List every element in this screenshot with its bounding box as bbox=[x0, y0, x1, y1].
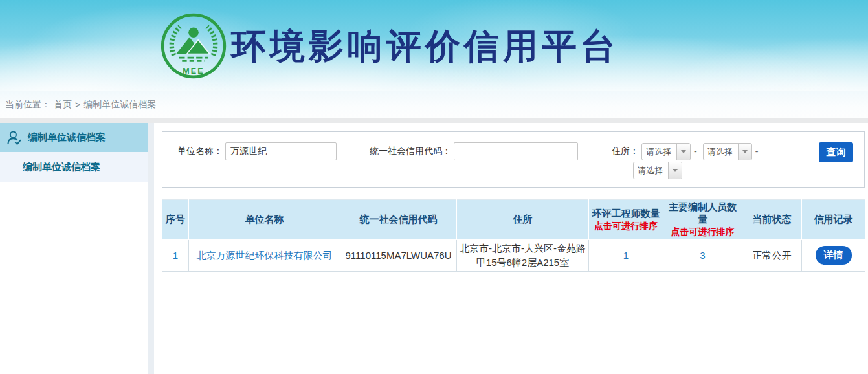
breadcrumb-home-link[interactable]: 首页 bbox=[54, 99, 72, 111]
sidebar-subitem-credit-archive[interactable]: 编制单位诚信档案 bbox=[0, 152, 148, 182]
col-header-credit-record: 信用记录 bbox=[802, 200, 865, 240]
address-dash: - bbox=[755, 146, 759, 157]
unit-name-input[interactable] bbox=[225, 142, 337, 160]
query-button[interactable]: 查询 bbox=[819, 142, 853, 162]
cell-credit-code: 91110115MA7LWUA76U bbox=[340, 240, 457, 272]
search-panel: 单位名称： 统一社会信用代码： 住所： 请选择 - 请选择 - 请选择 bbox=[162, 131, 865, 188]
col-header-address: 住所 bbox=[457, 200, 589, 240]
credit-code-input[interactable] bbox=[454, 142, 578, 160]
cell-credit-record: 详情 bbox=[802, 240, 865, 272]
cell-status: 正常公开 bbox=[742, 240, 802, 272]
table-row: 1 北京万源世纪环保科技有限公司 91110115MA7LWUA76U 北京市-… bbox=[162, 240, 865, 272]
user-check-icon bbox=[6, 129, 23, 146]
chevron-down-icon bbox=[668, 162, 682, 179]
cell-staff-count: 3 bbox=[663, 240, 742, 272]
province-select-value: 请选择 bbox=[642, 144, 676, 160]
sidebar: 编制单位诚信档案 编制单位诚信档案 bbox=[0, 123, 148, 374]
engineer-count-link[interactable]: 1 bbox=[623, 250, 629, 261]
results-table: 序号 单位名称 统一社会信用代码 住所 环评工程师数量 点击可进行排序 主要编制… bbox=[162, 199, 865, 272]
address-dash: - bbox=[694, 146, 697, 157]
table-header-row: 序号 单位名称 统一社会信用代码 住所 环评工程师数量 点击可进行排序 主要编制… bbox=[162, 200, 865, 240]
chevron-down-icon bbox=[676, 144, 690, 160]
cell-unit-name: 北京万源世纪环保科技有限公司 bbox=[189, 240, 340, 272]
unit-name-link[interactable]: 北京万源世纪环保科技有限公司 bbox=[197, 250, 333, 261]
cell-engineer-count: 1 bbox=[589, 240, 663, 272]
credit-code-label: 统一社会信用代码： bbox=[370, 146, 451, 157]
address-label: 住所： bbox=[612, 146, 639, 157]
unit-name-label: 单位名称： bbox=[177, 146, 223, 157]
detail-button[interactable]: 详情 bbox=[816, 246, 852, 265]
mee-logo-icon: MEE bbox=[160, 12, 227, 80]
col-header-seq: 序号 bbox=[162, 200, 189, 240]
breadcrumb-separator: > bbox=[75, 100, 80, 110]
svg-text:MEE: MEE bbox=[183, 67, 204, 76]
breadcrumb: 当前位置： 首页 > 编制单位诚信档案 bbox=[0, 91, 868, 118]
chevron-down-icon bbox=[738, 144, 751, 160]
province-select[interactable]: 请选择 bbox=[641, 143, 691, 160]
col-header-engineer-count-sort[interactable]: 环评工程师数量 点击可进行排序 bbox=[589, 200, 663, 240]
staff-count-link[interactable]: 3 bbox=[700, 250, 705, 261]
sidebar-subitem-label: 编制单位诚信档案 bbox=[23, 161, 100, 172]
site-header: MEE 环境影响评价信用平台 bbox=[0, 0, 868, 91]
sidebar-divider bbox=[148, 123, 154, 374]
col-header-unit-name: 单位名称 bbox=[189, 200, 340, 240]
district-select[interactable]: 请选择 bbox=[633, 162, 682, 179]
district-select-value: 请选择 bbox=[634, 162, 668, 179]
sort-hint: 点击可进行排序 bbox=[590, 221, 662, 232]
main-content: 单位名称： 统一社会信用代码： 住所： 请选择 - 请选择 - 请选择 bbox=[154, 123, 868, 374]
cell-seq: 1 bbox=[162, 240, 189, 272]
breadcrumb-current: 编制单位诚信档案 bbox=[83, 99, 156, 111]
sidebar-item-label: 编制单位诚信档案 bbox=[28, 131, 106, 144]
header-divider bbox=[0, 118, 868, 123]
col-header-staff-count-sort[interactable]: 主要编制人员数量 点击可进行排序 bbox=[663, 200, 742, 240]
breadcrumb-prefix: 当前位置： bbox=[5, 99, 50, 111]
city-select-value: 请选择 bbox=[704, 144, 738, 160]
page-title: 环境影响评价信用平台 bbox=[231, 23, 619, 71]
col-header-status: 当前状态 bbox=[742, 200, 802, 240]
sidebar-item-credit-archive[interactable]: 编制单位诚信档案 bbox=[0, 123, 148, 152]
cell-address: 北京市-北京市-大兴区-金苑路 甲15号6幢2层A215室 bbox=[457, 240, 589, 272]
sort-hint: 点击可进行排序 bbox=[665, 226, 740, 238]
city-select[interactable]: 请选择 bbox=[703, 143, 752, 160]
col-header-credit-code: 统一社会信用代码 bbox=[340, 200, 457, 240]
